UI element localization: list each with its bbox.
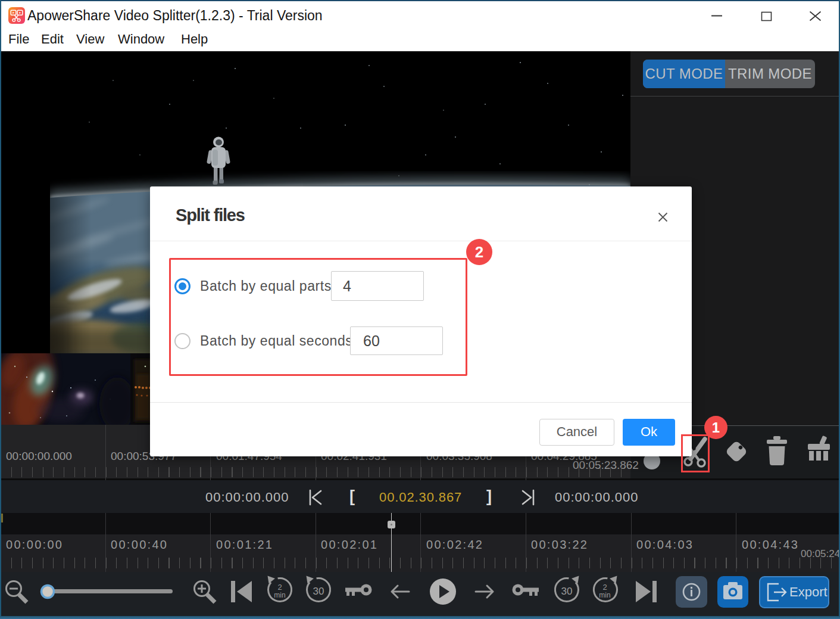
svg-text:2: 2: [602, 583, 607, 592]
svg-text:Export: Export: [789, 584, 827, 599]
svg-text:min: min: [599, 591, 610, 599]
svg-text:30: 30: [313, 586, 324, 597]
svg-text:min: min: [274, 591, 285, 599]
svg-text:30: 30: [561, 586, 573, 597]
svg-text:2: 2: [277, 583, 282, 592]
